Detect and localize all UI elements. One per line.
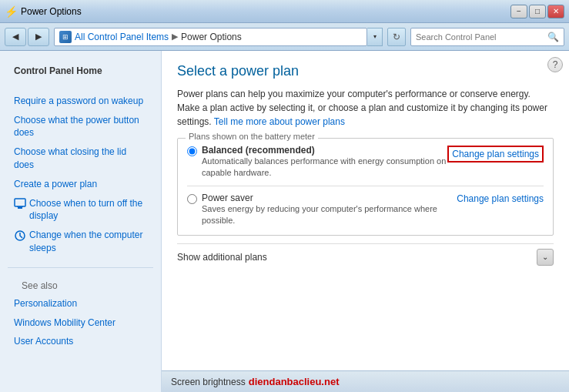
breadcrumb-current: Power Options: [181, 32, 242, 42]
plan-left-balanced: Balanced (recommended) Automatically bal…: [187, 145, 447, 179]
plan-item-balanced: Balanced (recommended) Automatically bal…: [187, 145, 544, 179]
svg-rect-0: [15, 199, 25, 206]
plan-info-power-saver: Power saver Saves energy by reducing you…: [202, 193, 457, 227]
help-icon[interactable]: ?: [547, 57, 563, 72]
sidebar-divider: [8, 267, 153, 268]
address-bar: ◀ ▶ ⊞ All Control Panel Items ▶ Power Op…: [0, 23, 569, 51]
search-icon: 🔍: [547, 32, 559, 42]
show-additional-label: Show additional plans: [177, 252, 267, 263]
plan-item-power-saver: Power saver Saves energy by reducing you…: [187, 193, 544, 227]
sidebar-sleeps-label: Change when the computer sleeps: [29, 229, 147, 255]
bottom-bar: Screen brightness diendanbaclieu.net: [162, 370, 569, 392]
refresh-button[interactable]: ↻: [387, 28, 406, 46]
close-button[interactable]: ✕: [547, 5, 564, 18]
sidebar-item-personalization[interactable]: Personalization: [8, 294, 153, 313]
plan-info-balanced: Balanced (recommended) Automatically bal…: [202, 145, 447, 179]
watermark: diendanbaclieu.net: [249, 376, 340, 387]
sidebar-item-require-password[interactable]: Require a password on wakeup: [8, 92, 153, 111]
sidebar-item-power-button[interactable]: Choose what the power button does: [8, 111, 153, 143]
plan-separator: [187, 186, 544, 186]
sidebar-section-home: Control Panel Home: [0, 59, 161, 84]
nav-buttons: ◀ ▶: [5, 28, 49, 46]
sidebar-turn-off-label: Choose when to turn off the display: [29, 197, 147, 223]
breadcrumb-dropdown[interactable]: ▾: [367, 28, 383, 46]
sidebar-nav-links: Require a password on wakeup Choose what…: [0, 89, 161, 261]
plan-name-power-saver: Power saver: [202, 193, 457, 203]
plans-legend: Plans shown on the battery meter: [186, 132, 318, 141]
sidebar-item-home[interactable]: Control Panel Home: [8, 62, 153, 81]
maximize-button[interactable]: □: [529, 5, 546, 18]
page-title: Select a power plan: [177, 63, 554, 79]
svg-rect-2: [17, 206, 23, 207]
monitor-icon: [14, 198, 26, 210]
show-additional-plans[interactable]: Show additional plans ⌄: [177, 243, 554, 270]
plan-desc-balanced: Automatically balances performance with …: [202, 156, 447, 179]
see-also-label: See also: [8, 277, 153, 294]
search-input[interactable]: [416, 32, 544, 42]
control-panel-icon: ⊞: [59, 31, 72, 43]
breadcrumb-separator: ▶: [172, 32, 178, 42]
screen-brightness-label: Screen brightness: [171, 377, 246, 387]
learn-more-link[interactable]: Tell me more about power plans: [214, 116, 345, 127]
plan-radio-balanced[interactable]: [187, 146, 197, 156]
forward-button[interactable]: ▶: [28, 28, 49, 46]
content-area: ? Select a power plan Power plans can he…: [162, 51, 569, 392]
sidebar-item-user-accounts[interactable]: User Accounts: [8, 332, 153, 351]
plan-left-power-saver: Power saver Saves energy by reducing you…: [187, 193, 457, 227]
title-bar-left: ⚡ Power Options: [5, 5, 82, 18]
breadcrumb-root[interactable]: All Control Panel Items: [75, 32, 169, 42]
sidebar-see-also: See also Personalization Windows Mobilit…: [0, 274, 161, 354]
title-bar-buttons: − □ ✕: [510, 5, 564, 18]
main-container: Control Panel Home Require a password on…: [0, 51, 569, 392]
sidebar-item-mobility-center[interactable]: Windows Mobility Center: [8, 313, 153, 333]
svg-rect-1: [18, 207, 22, 209]
minimize-button[interactable]: −: [510, 5, 527, 18]
sidebar-item-closing-lid[interactable]: Choose what closing the lid does: [8, 142, 153, 175]
search-box[interactable]: 🔍: [410, 28, 564, 46]
sidebar-item-turn-off-display[interactable]: Choose when to turn off the display: [8, 194, 153, 226]
plan-name-balanced: Balanced (recommended): [202, 145, 447, 156]
change-plan-power-saver-link[interactable]: Change plan settings: [457, 193, 544, 204]
content-description: Power plans can help you maximize your c…: [177, 87, 554, 129]
back-button[interactable]: ◀: [5, 28, 26, 46]
breadcrumb-bar: ⊞ All Control Panel Items ▶ Power Option…: [54, 28, 367, 46]
sidebar: Control Panel Home Require a password on…: [0, 51, 162, 392]
plan-radio-power-saver[interactable]: [187, 194, 197, 204]
plans-fieldset: Plans shown on the battery meter Balance…: [177, 138, 554, 236]
title-bar: ⚡ Power Options − □ ✕: [0, 0, 569, 23]
plan-desc-power-saver: Saves energy by reducing your computer's…: [202, 203, 457, 227]
expand-plans-button[interactable]: ⌄: [537, 249, 554, 266]
sidebar-item-computer-sleeps[interactable]: Change when the computer sleeps: [8, 226, 153, 258]
title-bar-title: Power Options: [21, 6, 82, 17]
sleep-icon: [14, 230, 26, 242]
change-plan-balanced-link[interactable]: Change plan settings: [447, 146, 544, 162]
sidebar-item-create-plan[interactable]: Create a power plan: [8, 175, 153, 194]
